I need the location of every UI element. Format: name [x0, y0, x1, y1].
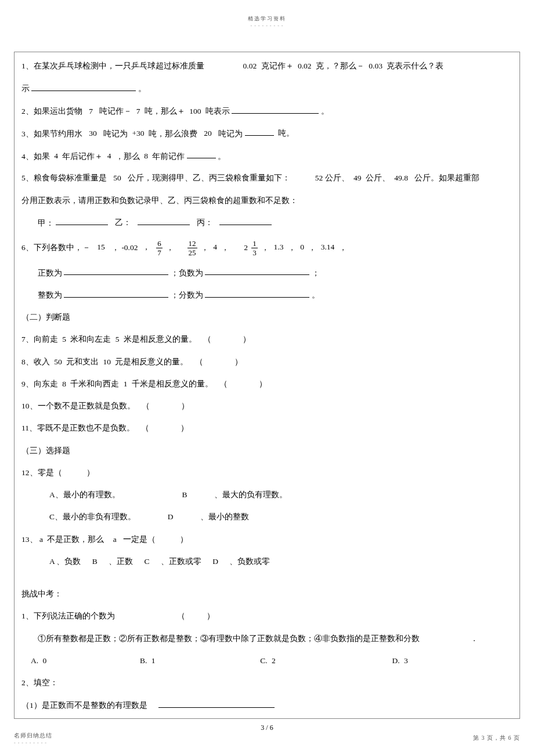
q9-mid1: 千米和向西走 — [70, 379, 119, 388]
q11-paren[interactable]: （ ） — [141, 424, 190, 432]
q12-Bk[interactable]: B — [182, 490, 187, 499]
q7-paren[interactable]: （ ） — [203, 335, 252, 343]
mix-den: 3 — [251, 248, 258, 256]
frac-num: 12 — [187, 240, 197, 248]
q13-var: a — [39, 535, 43, 544]
q6-n3: 4 — [213, 243, 217, 251]
q4-mid3: 年前记作 — [152, 151, 185, 160]
c1-stem: 1、下列说法正确的个数为 （ ） — [21, 610, 513, 622]
c1-B-n: 1 — [151, 656, 156, 665]
q9-paren[interactable]: （ ） — [219, 379, 269, 388]
q13-Bk[interactable]: B — [92, 557, 98, 566]
q13-Ak[interactable]: A — [49, 557, 55, 566]
q2-mid1: 吨记作－ — [99, 107, 132, 115]
blank-input[interactable] — [64, 267, 168, 276]
blank-input[interactable] — [219, 217, 272, 226]
q1-n2: 0.02 — [298, 62, 312, 70]
q7-n1: 5 — [62, 335, 66, 343]
q5-n1: 50 — [113, 173, 121, 182]
blank-input[interactable] — [64, 289, 168, 298]
q10-line: 10、一个数不是正数就是负数。 （ ） — [21, 400, 513, 412]
blank-input[interactable] — [138, 217, 190, 226]
c2-sub1: （1）是正数而不是整数的有理数是 — [21, 699, 513, 711]
page-number: 3 / 6 — [0, 719, 534, 732]
c1-D[interactable]: D. — [392, 656, 400, 665]
q5-line3: 甲： 乙： 丙： — [21, 217, 513, 229]
q7-n2: 5 — [116, 335, 120, 343]
q4-prefix: 4、如果 — [21, 151, 50, 160]
q2-line: 2、如果运出货物 7 吨记作－ 7 吨，那么＋ 100 吨表示 。 — [21, 105, 513, 117]
c2-head: 2、填空： — [21, 677, 513, 689]
q4-n3: 8 — [144, 151, 148, 160]
blank-input[interactable] — [56, 217, 108, 226]
c1-D-n: 3 — [404, 656, 408, 665]
q12-C[interactable]: C、最小的非负有理数。 — [49, 512, 136, 521]
fraction-12-25: 12 25 — [187, 240, 197, 256]
c1-opts: ①所有整数都是正数；②所有正数都是整数；③有理数中除了正数就是负数；④非负数指的… — [38, 634, 420, 643]
q3-mid3: 吨记为 — [218, 129, 243, 138]
q5-c: 49.8 — [394, 173, 408, 182]
blank-input[interactable] — [205, 267, 309, 276]
q7-line: 7、向前走 5 米和向左走 5 米是相反意义的量。 （ ） — [21, 334, 513, 345]
q1-line2: 示 。 — [21, 82, 513, 95]
c1-opts-text: ①所有整数都是正数；②所有正数都是整数；③有理数中除了正数就是负数；④非负数指的… — [21, 633, 513, 645]
q6-c7: ， — [288, 243, 296, 251]
q13-opts: A 、负数 B 、正数 C 、正数或零 D 、负数或零 — [21, 556, 513, 567]
q1-l2b: 。 — [138, 84, 146, 93]
q4-n1: 4 — [54, 151, 58, 160]
blank-input[interactable] — [31, 82, 136, 91]
q5-un2: 公斤、 — [366, 173, 390, 182]
q1-line1: 1、在某次乒乓球检测中，一只乒乓球超过标准质量 0.02 克记作＋ 0.02 克… — [21, 60, 513, 72]
q6-l2a: 正数为 — [38, 268, 62, 277]
c1-paren[interactable]: （ ） — [177, 612, 217, 620]
q3-mid2: 吨，那么浪费 — [149, 129, 197, 138]
q6-l3c: 。 — [312, 291, 320, 299]
q13-Dk[interactable]: D — [212, 557, 218, 566]
q5-line1: 5、粮食每袋标准重量是 50 公斤，现测得甲、乙、丙三袋粮食重量如下： 52 公… — [21, 172, 513, 184]
blank-input[interactable] — [158, 699, 275, 708]
q1-mid1: 克记作＋ — [261, 62, 294, 70]
blank-input[interactable] — [232, 105, 319, 114]
footer-right: 第 3 页，共 6 页 — [473, 734, 520, 742]
blank-input[interactable] — [245, 128, 274, 136]
q13-Ck[interactable]: C — [145, 557, 150, 566]
c1-C[interactable]: C. — [260, 656, 267, 665]
q6-n2: -0.02 — [121, 243, 138, 251]
q1-mid2: 克，？那么－ — [316, 62, 365, 70]
q12-A[interactable]: A、最小的有理数。 — [49, 490, 120, 499]
q6-l3b: ；分数为 — [171, 291, 203, 299]
blank-input[interactable] — [187, 150, 216, 159]
q9-line: 9、向东走 8 千米和向西走 1 千米是相反意义的量。 （ ） — [21, 378, 513, 390]
q3-unit: 吨。 — [278, 129, 294, 138]
q9-tail: 千米是相反意义的量。 — [132, 379, 213, 388]
blank-input[interactable] — [205, 289, 309, 298]
q2-prefix: 2、如果运出货物 — [21, 107, 82, 115]
q6-c5: ， — [221, 243, 229, 251]
q6-n5: 0 — [300, 243, 304, 251]
q12-Dtxt: 、最小的整数 — [200, 512, 249, 521]
q8-text: 8、收入 — [21, 357, 50, 366]
footer-left: 名师归纳总结 — [14, 732, 52, 740]
fraction-6-7: 6 7 — [156, 240, 163, 256]
footer-left-dash: - - - - - - - - - — [14, 740, 47, 746]
q10-paren[interactable]: （ ） — [142, 401, 191, 410]
c1-A[interactable]: A. — [31, 656, 38, 665]
q8-paren[interactable]: （ ） — [195, 357, 244, 366]
q9-text: 9、向东走 — [21, 379, 58, 388]
q3-n2: +30 — [132, 129, 144, 138]
section-3-heading: （三）选择题 — [21, 445, 513, 457]
q5-un1: 公斤、 — [325, 173, 349, 182]
q13-Dtxt: 、负数或零 — [229, 557, 270, 566]
q4-mid2: ，那么 — [116, 151, 140, 160]
c1-B[interactable]: B. — [140, 656, 147, 665]
challenge-heading: 挑战中考： — [21, 588, 513, 600]
q1-tail: 克表示什么？表 — [387, 62, 443, 70]
header-dash: - - - - - - - - - — [0, 23, 534, 52]
q5-un3: 公斤。如果超重部 — [414, 173, 479, 182]
c1-stem-text: 1、下列说法正确的个数为 — [21, 612, 115, 620]
q1-n3: 0.03 — [369, 62, 383, 70]
q11-line: 11、零既不是正数也不是负数。 （ ） — [21, 422, 513, 434]
q12-Dk[interactable]: D — [168, 512, 174, 521]
q8-n2: 10 — [103, 357, 111, 366]
q3-mid1: 吨记为 — [103, 129, 128, 138]
